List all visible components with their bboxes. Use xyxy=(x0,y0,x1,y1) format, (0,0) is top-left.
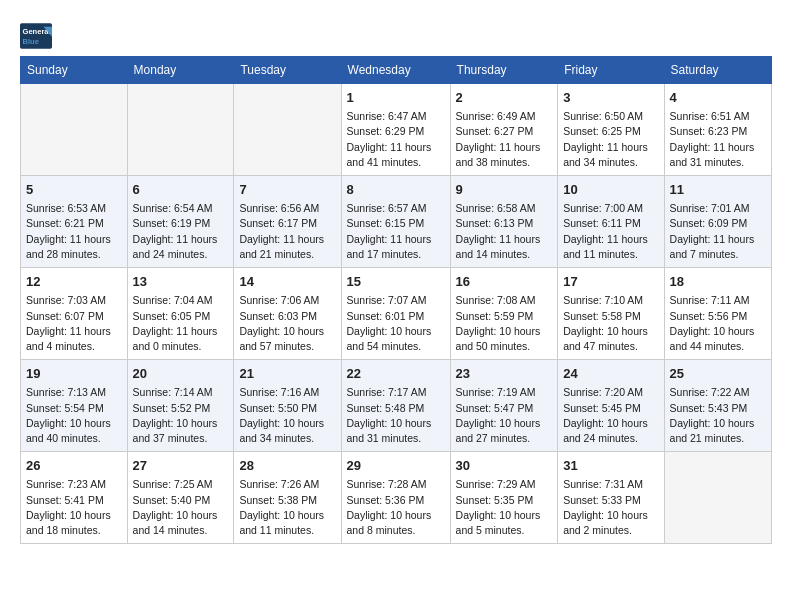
day-number: 7 xyxy=(239,181,335,199)
calendar-empty-cell xyxy=(127,84,234,176)
weekday-header-row: SundayMondayTuesdayWednesdayThursdayFrid… xyxy=(21,57,772,84)
day-info: Sunrise: 7:14 AM Sunset: 5:52 PM Dayligh… xyxy=(133,385,229,446)
calendar-day-cell: 10Sunrise: 7:00 AM Sunset: 6:11 PM Dayli… xyxy=(558,176,664,268)
calendar-day-cell: 6Sunrise: 6:54 AM Sunset: 6:19 PM Daylig… xyxy=(127,176,234,268)
calendar-empty-cell xyxy=(664,452,771,544)
day-number: 11 xyxy=(670,181,766,199)
day-info: Sunrise: 7:23 AM Sunset: 5:41 PM Dayligh… xyxy=(26,477,122,538)
day-info: Sunrise: 7:07 AM Sunset: 6:01 PM Dayligh… xyxy=(347,293,445,354)
day-number: 13 xyxy=(133,273,229,291)
day-info: Sunrise: 6:57 AM Sunset: 6:15 PM Dayligh… xyxy=(347,201,445,262)
day-info: Sunrise: 7:22 AM Sunset: 5:43 PM Dayligh… xyxy=(670,385,766,446)
day-number: 18 xyxy=(670,273,766,291)
calendar-day-cell: 25Sunrise: 7:22 AM Sunset: 5:43 PM Dayli… xyxy=(664,360,771,452)
calendar-day-cell: 14Sunrise: 7:06 AM Sunset: 6:03 PM Dayli… xyxy=(234,268,341,360)
day-info: Sunrise: 7:19 AM Sunset: 5:47 PM Dayligh… xyxy=(456,385,553,446)
day-info: Sunrise: 7:03 AM Sunset: 6:07 PM Dayligh… xyxy=(26,293,122,354)
logo-icon: General Blue xyxy=(20,22,52,50)
day-number: 21 xyxy=(239,365,335,383)
day-number: 29 xyxy=(347,457,445,475)
calendar-day-cell: 1Sunrise: 6:47 AM Sunset: 6:29 PM Daylig… xyxy=(341,84,450,176)
day-info: Sunrise: 7:31 AM Sunset: 5:33 PM Dayligh… xyxy=(563,477,658,538)
day-number: 6 xyxy=(133,181,229,199)
calendar-day-cell: 29Sunrise: 7:28 AM Sunset: 5:36 PM Dayli… xyxy=(341,452,450,544)
day-info: Sunrise: 7:28 AM Sunset: 5:36 PM Dayligh… xyxy=(347,477,445,538)
day-info: Sunrise: 7:11 AM Sunset: 5:56 PM Dayligh… xyxy=(670,293,766,354)
day-info: Sunrise: 6:53 AM Sunset: 6:21 PM Dayligh… xyxy=(26,201,122,262)
calendar-day-cell: 31Sunrise: 7:31 AM Sunset: 5:33 PM Dayli… xyxy=(558,452,664,544)
day-number: 28 xyxy=(239,457,335,475)
day-info: Sunrise: 7:00 AM Sunset: 6:11 PM Dayligh… xyxy=(563,201,658,262)
calendar-day-cell: 13Sunrise: 7:04 AM Sunset: 6:05 PM Dayli… xyxy=(127,268,234,360)
calendar-day-cell: 30Sunrise: 7:29 AM Sunset: 5:35 PM Dayli… xyxy=(450,452,558,544)
day-info: Sunrise: 7:10 AM Sunset: 5:58 PM Dayligh… xyxy=(563,293,658,354)
day-number: 30 xyxy=(456,457,553,475)
day-info: Sunrise: 6:50 AM Sunset: 6:25 PM Dayligh… xyxy=(563,109,658,170)
day-number: 4 xyxy=(670,89,766,107)
day-number: 31 xyxy=(563,457,658,475)
calendar-day-cell: 22Sunrise: 7:17 AM Sunset: 5:48 PM Dayli… xyxy=(341,360,450,452)
day-info: Sunrise: 7:01 AM Sunset: 6:09 PM Dayligh… xyxy=(670,201,766,262)
day-number: 25 xyxy=(670,365,766,383)
day-info: Sunrise: 7:06 AM Sunset: 6:03 PM Dayligh… xyxy=(239,293,335,354)
calendar-week-row: 19Sunrise: 7:13 AM Sunset: 5:54 PM Dayli… xyxy=(21,360,772,452)
day-info: Sunrise: 6:49 AM Sunset: 6:27 PM Dayligh… xyxy=(456,109,553,170)
day-number: 27 xyxy=(133,457,229,475)
calendar-day-cell: 20Sunrise: 7:14 AM Sunset: 5:52 PM Dayli… xyxy=(127,360,234,452)
calendar-day-cell: 27Sunrise: 7:25 AM Sunset: 5:40 PM Dayli… xyxy=(127,452,234,544)
day-number: 20 xyxy=(133,365,229,383)
weekday-header-monday: Monday xyxy=(127,57,234,84)
calendar-day-cell: 15Sunrise: 7:07 AM Sunset: 6:01 PM Dayli… xyxy=(341,268,450,360)
weekday-header-wednesday: Wednesday xyxy=(341,57,450,84)
calendar-day-cell: 7Sunrise: 6:56 AM Sunset: 6:17 PM Daylig… xyxy=(234,176,341,268)
day-number: 3 xyxy=(563,89,658,107)
calendar-empty-cell xyxy=(21,84,128,176)
calendar-week-row: 12Sunrise: 7:03 AM Sunset: 6:07 PM Dayli… xyxy=(21,268,772,360)
day-number: 5 xyxy=(26,181,122,199)
calendar-day-cell: 2Sunrise: 6:49 AM Sunset: 6:27 PM Daylig… xyxy=(450,84,558,176)
day-number: 19 xyxy=(26,365,122,383)
day-number: 16 xyxy=(456,273,553,291)
day-info: Sunrise: 6:47 AM Sunset: 6:29 PM Dayligh… xyxy=(347,109,445,170)
day-info: Sunrise: 6:58 AM Sunset: 6:13 PM Dayligh… xyxy=(456,201,553,262)
calendar-day-cell: 4Sunrise: 6:51 AM Sunset: 6:23 PM Daylig… xyxy=(664,84,771,176)
calendar-day-cell: 5Sunrise: 6:53 AM Sunset: 6:21 PM Daylig… xyxy=(21,176,128,268)
day-number: 1 xyxy=(347,89,445,107)
page-container: General Blue SundayMondayTuesdayWednesda… xyxy=(0,0,792,554)
weekday-header-thursday: Thursday xyxy=(450,57,558,84)
day-info: Sunrise: 7:20 AM Sunset: 5:45 PM Dayligh… xyxy=(563,385,658,446)
day-number: 10 xyxy=(563,181,658,199)
calendar-day-cell: 19Sunrise: 7:13 AM Sunset: 5:54 PM Dayli… xyxy=(21,360,128,452)
day-number: 12 xyxy=(26,273,122,291)
header: General Blue xyxy=(20,18,772,50)
calendar-day-cell: 21Sunrise: 7:16 AM Sunset: 5:50 PM Dayli… xyxy=(234,360,341,452)
calendar-day-cell: 16Sunrise: 7:08 AM Sunset: 5:59 PM Dayli… xyxy=(450,268,558,360)
day-info: Sunrise: 7:25 AM Sunset: 5:40 PM Dayligh… xyxy=(133,477,229,538)
svg-text:Blue: Blue xyxy=(23,37,39,46)
calendar-week-row: 1Sunrise: 6:47 AM Sunset: 6:29 PM Daylig… xyxy=(21,84,772,176)
day-info: Sunrise: 7:17 AM Sunset: 5:48 PM Dayligh… xyxy=(347,385,445,446)
calendar-week-row: 5Sunrise: 6:53 AM Sunset: 6:21 PM Daylig… xyxy=(21,176,772,268)
day-number: 24 xyxy=(563,365,658,383)
day-number: 22 xyxy=(347,365,445,383)
day-info: Sunrise: 7:16 AM Sunset: 5:50 PM Dayligh… xyxy=(239,385,335,446)
calendar-day-cell: 8Sunrise: 6:57 AM Sunset: 6:15 PM Daylig… xyxy=(341,176,450,268)
calendar-day-cell: 23Sunrise: 7:19 AM Sunset: 5:47 PM Dayli… xyxy=(450,360,558,452)
day-number: 14 xyxy=(239,273,335,291)
day-info: Sunrise: 6:56 AM Sunset: 6:17 PM Dayligh… xyxy=(239,201,335,262)
day-number: 9 xyxy=(456,181,553,199)
day-number: 15 xyxy=(347,273,445,291)
day-number: 23 xyxy=(456,365,553,383)
calendar-day-cell: 26Sunrise: 7:23 AM Sunset: 5:41 PM Dayli… xyxy=(21,452,128,544)
weekday-header-saturday: Saturday xyxy=(664,57,771,84)
weekday-header-friday: Friday xyxy=(558,57,664,84)
calendar-day-cell: 18Sunrise: 7:11 AM Sunset: 5:56 PM Dayli… xyxy=(664,268,771,360)
logo: General Blue xyxy=(20,22,56,50)
calendar-day-cell: 17Sunrise: 7:10 AM Sunset: 5:58 PM Dayli… xyxy=(558,268,664,360)
day-number: 17 xyxy=(563,273,658,291)
day-number: 26 xyxy=(26,457,122,475)
calendar-day-cell: 9Sunrise: 6:58 AM Sunset: 6:13 PM Daylig… xyxy=(450,176,558,268)
day-number: 8 xyxy=(347,181,445,199)
weekday-header-sunday: Sunday xyxy=(21,57,128,84)
day-info: Sunrise: 7:08 AM Sunset: 5:59 PM Dayligh… xyxy=(456,293,553,354)
